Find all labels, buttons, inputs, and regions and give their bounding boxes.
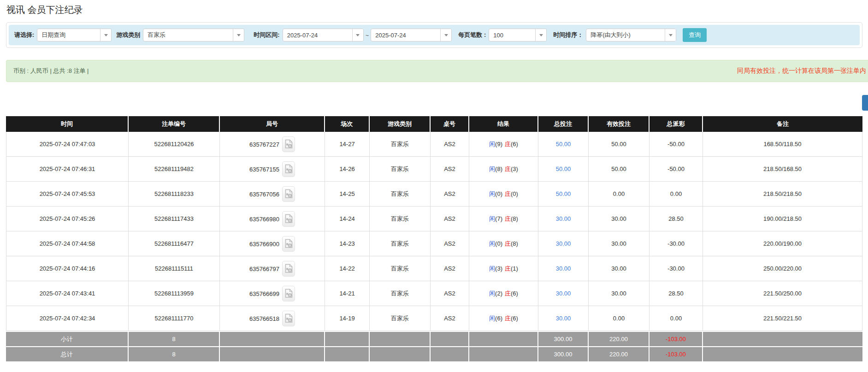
cell-session: 14-23 [325, 231, 370, 256]
query-type-select[interactable]: 日期查询 [37, 29, 112, 41]
result-player-score: (0) [495, 240, 502, 247]
total-payout: -103.00 [650, 346, 703, 361]
result-banker-score: (1) [511, 265, 518, 272]
header-round-id: 局号 [220, 116, 325, 132]
subtotal-row: 小计 8 300.00 220.00 -103.00 [6, 331, 862, 346]
cell-valid-bet: 0.00 [589, 306, 650, 331]
result-player-score: (9) [495, 141, 502, 148]
search-button[interactable]: 查询 [683, 28, 707, 42]
video-replay-button[interactable] [282, 261, 295, 277]
subtotal-total-bet: 300.00 [538, 331, 589, 346]
game-type-select[interactable]: 百家乐 [143, 29, 244, 41]
time-sort-label: 时间排序： [553, 31, 583, 39]
cell-table: AS2 [431, 207, 469, 231]
cell-game: 百家乐 [370, 182, 431, 207]
cell-payout: -50.00 [650, 157, 703, 182]
video-replay-button[interactable] [282, 286, 295, 301]
video-replay-button[interactable] [282, 136, 295, 152]
video-replay-button[interactable] [282, 211, 295, 227]
cell-total-bet: 50.00 [538, 132, 589, 157]
total-bet-link[interactable]: 30.00 [556, 215, 571, 222]
cell-table: AS2 [431, 281, 469, 306]
cell-time: 2025-07-24 07:43:41 [6, 281, 129, 306]
total-bet-link[interactable]: 30.00 [556, 240, 571, 247]
cell-table: AS2 [431, 182, 469, 207]
cell-bet-id: 522681116477 [129, 231, 220, 256]
cell-game: 百家乐 [370, 256, 431, 281]
game-type-label: 游戏类别 [116, 31, 140, 39]
video-replay-button[interactable] [282, 236, 295, 252]
header-total-bet: 总投注 [538, 116, 589, 132]
total-bet-link[interactable]: 30.00 [556, 290, 571, 297]
chevron-down-icon[interactable] [100, 29, 111, 41]
total-total-bet: 300.00 [538, 346, 589, 361]
time-range-label: 时间区间: [254, 31, 279, 39]
query-type-value: 日期查询 [37, 31, 100, 39]
chevron-down-icon[interactable] [440, 29, 451, 41]
cell-total-bet: 30.00 [538, 207, 589, 231]
date-to-select[interactable]: 2025-07-24 [371, 29, 452, 41]
page-size-label: 每页笔数 : [458, 31, 486, 39]
total-bet-link[interactable]: 30.00 [556, 265, 571, 272]
page-size-select[interactable]: 100 [489, 29, 547, 41]
cell-remark: 218.50/218.50 [703, 182, 862, 207]
total-bet-link[interactable]: 50.00 [556, 190, 571, 197]
header-game: 游戏类别 [370, 116, 431, 132]
table-header-row: 时间 注单编号 局号 场次 游戏类别 桌号 结果 总投注 有效投注 总派彩 备注 [6, 116, 862, 132]
cell-table: AS2 [431, 306, 469, 331]
cell-remark: 190.00/218.50 [703, 207, 862, 231]
header-bet-id: 注单编号 [129, 116, 220, 132]
cell-bet-id: 522681119482 [129, 157, 220, 182]
cell-total-bet: 50.00 [538, 157, 589, 182]
date-from-value: 2025-07-24 [283, 32, 352, 39]
cell-table: AS2 [431, 231, 469, 256]
cell-remark: 220.00/190.00 [703, 231, 862, 256]
cell-game: 百家乐 [370, 207, 431, 231]
cell-valid-bet: 30.00 [589, 231, 650, 256]
cell-total-bet: 30.00 [538, 231, 589, 256]
total-bet-link[interactable]: 50.00 [556, 165, 571, 172]
cell-game: 百家乐 [370, 157, 431, 182]
chevron-down-icon[interactable] [233, 29, 244, 41]
summary-bar: 币别 : 人民币 | 总共 :8 注单 | 同局有效投注，统一计算在该局第一张注… [6, 60, 868, 82]
table-row: 2025-07-24 07:46:31 522681119482 6357671… [6, 157, 862, 182]
cell-session: 14-26 [325, 157, 370, 182]
total-valid-bet: 220.00 [589, 346, 650, 361]
cell-session: 14-24 [325, 207, 370, 231]
chevron-down-icon[interactable] [535, 29, 546, 41]
video-file-icon [285, 239, 293, 248]
filter-panel: 请选择: 日期查询 游戏类别 百家乐 时间区间: 2025-07-24 ~ 20… [6, 22, 862, 48]
time-sort-value: 降幂(由大到小) [586, 31, 665, 39]
cell-total-bet: 50.00 [538, 182, 589, 207]
table-row: 2025-07-24 07:45:26 522681117433 6357669… [6, 207, 862, 231]
cell-remark: 250.00/220.00 [703, 256, 862, 281]
cell-total-bet: 30.00 [538, 281, 589, 306]
total-label: 总计 [6, 346, 129, 361]
cell-session: 14-22 [325, 256, 370, 281]
video-replay-button[interactable] [282, 161, 295, 177]
cell-valid-bet: 50.00 [589, 132, 650, 157]
cell-result: 闲(3)庄(1) [469, 256, 538, 281]
cell-round-id: 635766900 [220, 231, 325, 256]
chevron-down-icon[interactable] [352, 29, 363, 41]
export-button[interactable] [862, 95, 868, 111]
cell-valid-bet: 0.00 [589, 182, 650, 207]
bet-records-table: 时间 注单编号 局号 场次 游戏类别 桌号 结果 总投注 有效投注 总派彩 备注… [6, 116, 862, 361]
result-banker-score: (8) [511, 215, 518, 222]
chevron-down-icon[interactable] [665, 29, 676, 41]
time-sort-select[interactable]: 降幂(由大到小) [586, 29, 676, 41]
date-from-select[interactable]: 2025-07-24 [283, 29, 364, 41]
cell-time: 2025-07-24 07:44:16 [6, 256, 129, 281]
cell-valid-bet: 30.00 [589, 256, 650, 281]
total-bet-link[interactable]: 30.00 [556, 315, 571, 322]
result-banker-label: 庄 [505, 315, 511, 322]
subtotal-payout: -103.00 [650, 331, 703, 346]
video-replay-button[interactable] [282, 311, 295, 326]
cell-result: 闲(8)庄(3) [469, 157, 538, 182]
result-player-label: 闲 [489, 315, 495, 322]
total-bet-link[interactable]: 50.00 [556, 141, 571, 148]
cell-bet-id: 522681111770 [129, 306, 220, 331]
cell-time: 2025-07-24 07:46:31 [6, 157, 129, 182]
subtotal-label: 小计 [6, 331, 129, 346]
video-replay-button[interactable] [282, 186, 295, 202]
